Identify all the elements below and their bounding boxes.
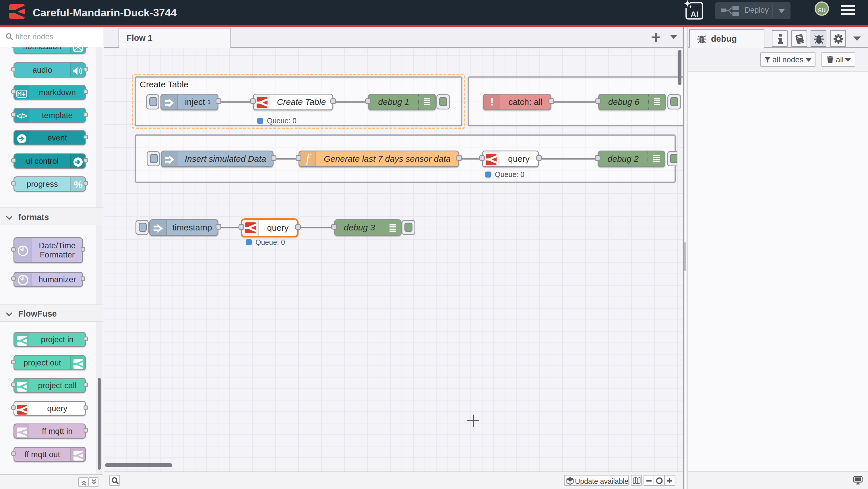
svg-text:AI: AI xyxy=(691,10,699,19)
